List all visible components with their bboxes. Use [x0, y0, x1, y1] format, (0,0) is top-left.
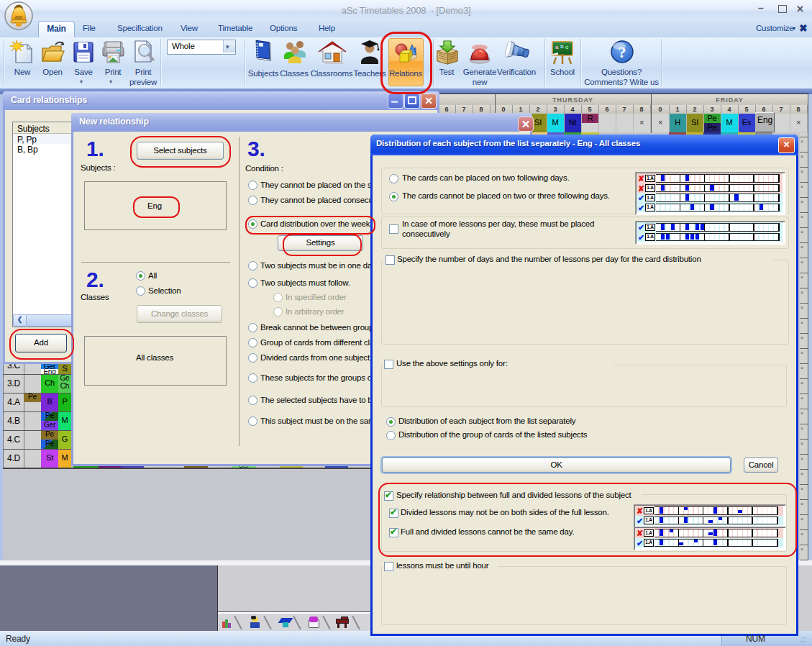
svg-text:?: ?: [619, 43, 626, 61]
svg-text:b: b: [560, 43, 564, 50]
svg-text:asc: asc: [15, 14, 23, 19]
